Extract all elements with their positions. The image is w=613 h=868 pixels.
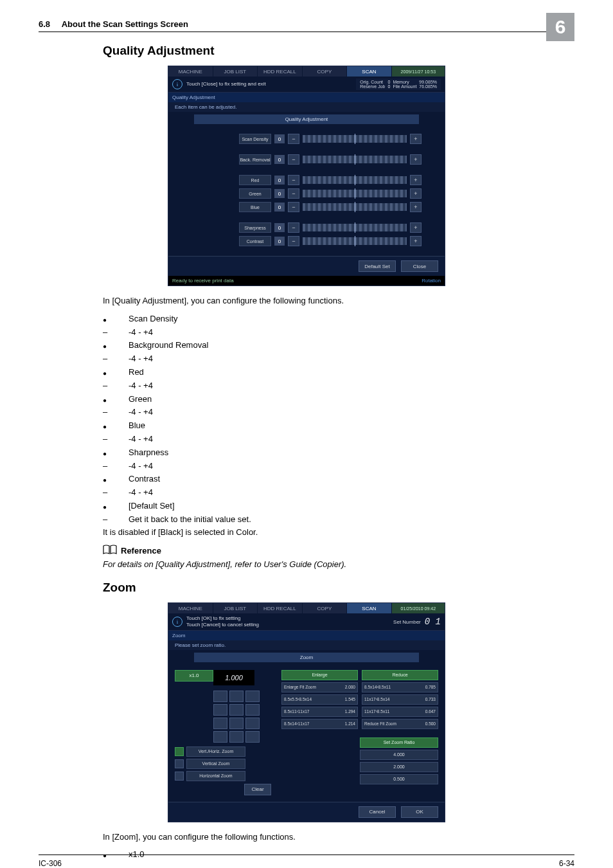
back-removal-plus[interactable]: + <box>410 154 422 165</box>
sharpness-plus[interactable]: + <box>410 222 422 233</box>
tab-scan[interactable]: SCAN <box>347 66 392 77</box>
vhz-check-icon[interactable] <box>175 747 184 756</box>
vhz-mode[interactable]: Vert./Horiz. Zoom <box>186 746 245 757</box>
green-slider[interactable] <box>303 190 407 197</box>
printer-status: Ready to receive print data <box>172 278 234 284</box>
section-title: About the Scan Settings Screen <box>62 19 188 29</box>
zoom-preset[interactable]: 11x17›8.5x110.647 <box>362 707 438 717</box>
memory-label: Memory <box>393 80 416 84</box>
red-minus[interactable]: − <box>288 175 299 185</box>
red-plus[interactable]: + <box>410 175 422 185</box>
set-zoom-preset[interactable]: 2.000 <box>360 762 438 772</box>
back-removal-slider[interactable] <box>303 156 407 163</box>
key-9[interactable] <box>245 718 260 729</box>
contrast-minus[interactable]: − <box>288 236 299 246</box>
key-7[interactable] <box>213 718 227 729</box>
zoom-preset[interactable]: 8.5x14›11x171.214 <box>281 719 358 729</box>
key-4[interactable] <box>213 704 227 716</box>
contrast-slider[interactable] <box>303 237 407 245</box>
reduce-header: Reduce <box>362 670 438 680</box>
set-zoom-preset[interactable]: 4.000 <box>360 750 438 760</box>
set-zoom-preset[interactable]: 0.500 <box>360 774 438 784</box>
qa-function-list: Scan Density-4 - +4Background Removal-4 … <box>103 312 574 527</box>
tab-machine[interactable]: MACHINE <box>168 66 213 77</box>
list-item: -4 - +4 <box>103 352 574 366</box>
tab-copy[interactable]: COPY <box>303 603 348 613</box>
contrast-label: Contrast <box>239 236 271 246</box>
tab-machine[interactable]: MACHINE <box>168 603 213 613</box>
key-8[interactable] <box>229 718 244 729</box>
default-set-button[interactable]: Default Set <box>359 260 396 272</box>
back-removal-minus[interactable]: − <box>288 154 299 165</box>
key-3[interactable] <box>245 691 260 702</box>
zoom-panel: MACHINE JOB LIST HDD RECALL COPY SCAN 01… <box>168 602 445 822</box>
contrast-plus[interactable]: + <box>410 236 422 246</box>
green-minus[interactable]: − <box>288 188 299 199</box>
hz-check-icon[interactable] <box>175 772 184 781</box>
list-item: [Default Set] <box>103 500 574 513</box>
sharpness-minus[interactable]: − <box>288 222 299 233</box>
tab-joblist[interactable]: JOB LIST <box>213 603 258 613</box>
sharpness-slider[interactable] <box>303 224 407 231</box>
running-header: 6.8 About the Scan Settings Screen <box>39 19 574 32</box>
tab-hdd[interactable]: HDD RECALL <box>258 603 303 613</box>
zoom-preset[interactable]: Reduce Fit Zoom0.500 <box>362 719 438 729</box>
zoom-preset[interactable]: 8.5x14›8.5x110.785 <box>362 682 438 692</box>
rotation-indicator: Rotation <box>422 278 441 284</box>
blue-plus[interactable]: + <box>410 202 422 212</box>
zoom-preset[interactable]: 8.5x11›11x171.294 <box>281 707 358 717</box>
footer-left: IC-306 <box>39 859 62 868</box>
panel-subtitle: Each item can be adjusted. <box>168 102 445 112</box>
list-item: Green <box>103 393 574 406</box>
close-button[interactable]: Close <box>401 260 438 272</box>
key-up[interactable] <box>245 731 260 743</box>
zoom-preset[interactable]: Enlarge Fit Zoom2.000 <box>281 682 358 692</box>
list-item: -4 - +4 <box>103 406 574 419</box>
blue-minus[interactable]: − <box>288 202 299 212</box>
tab-scan[interactable]: SCAN <box>347 603 392 613</box>
reference-label: Reference <box>121 546 161 556</box>
hz-mode[interactable]: Horizontal Zoom <box>186 771 245 781</box>
vz-mode[interactable]: Vertical Zoom <box>186 759 245 769</box>
tab-hdd[interactable]: HDD RECALL <box>258 66 303 77</box>
cancel-button[interactable]: Cancel <box>359 806 396 818</box>
blue-slider[interactable] <box>303 203 407 211</box>
page-footer: IC-306 6-34 <box>39 854 574 868</box>
set-number-value: 0 1 <box>425 617 441 627</box>
clear-button[interactable]: Clear <box>244 784 271 795</box>
orig-count-label: Orig. Count <box>360 80 385 84</box>
chapter-number-badge: 6 <box>546 13 574 41</box>
set-number-label: Set Number <box>393 619 421 625</box>
key-2[interactable] <box>229 691 244 702</box>
quality-adjustment-heading: Quality Adjustment <box>103 44 574 58</box>
orig-count: 0 <box>387 80 390 84</box>
numeric-keypad <box>213 691 271 743</box>
clock: 2009/11/27 10:53 <box>392 66 445 77</box>
x1-button[interactable]: x1.0 <box>175 670 213 682</box>
scan-density-plus[interactable]: + <box>410 134 422 144</box>
memory-value: 99.085% <box>419 80 437 84</box>
key-1[interactable] <box>213 691 227 702</box>
red-slider[interactable] <box>303 176 407 184</box>
key-down[interactable] <box>229 731 244 743</box>
green-plus[interactable]: + <box>410 188 422 199</box>
key-5[interactable] <box>229 704 244 716</box>
list-item: Get it back to the initial value set. <box>103 513 574 527</box>
scan-density-slider[interactable] <box>303 135 407 143</box>
sharpness-value: 0 <box>274 223 285 232</box>
qa-note: It is disabled if [Black] is selected in… <box>103 527 574 539</box>
panel-mid-title: Zoom <box>194 653 419 662</box>
key-6[interactable] <box>245 704 260 716</box>
zoom-preset[interactable]: 8.5x5.5›8.5x141.545 <box>281 694 358 705</box>
green-value: 0 <box>274 189 285 198</box>
zoom-preset[interactable]: 11x17›8.5x140.733 <box>362 694 438 705</box>
vz-check-icon[interactable] <box>175 759 184 768</box>
tab-copy[interactable]: COPY <box>303 66 348 77</box>
ok-button[interactable]: OK <box>401 806 438 818</box>
info-icon: i <box>172 79 182 89</box>
blue-value: 0 <box>274 203 285 212</box>
back-removal-value: 0 <box>274 155 285 164</box>
scan-density-minus[interactable]: − <box>288 134 299 144</box>
key-0[interactable] <box>213 731 227 743</box>
tab-joblist[interactable]: JOB LIST <box>213 66 258 77</box>
